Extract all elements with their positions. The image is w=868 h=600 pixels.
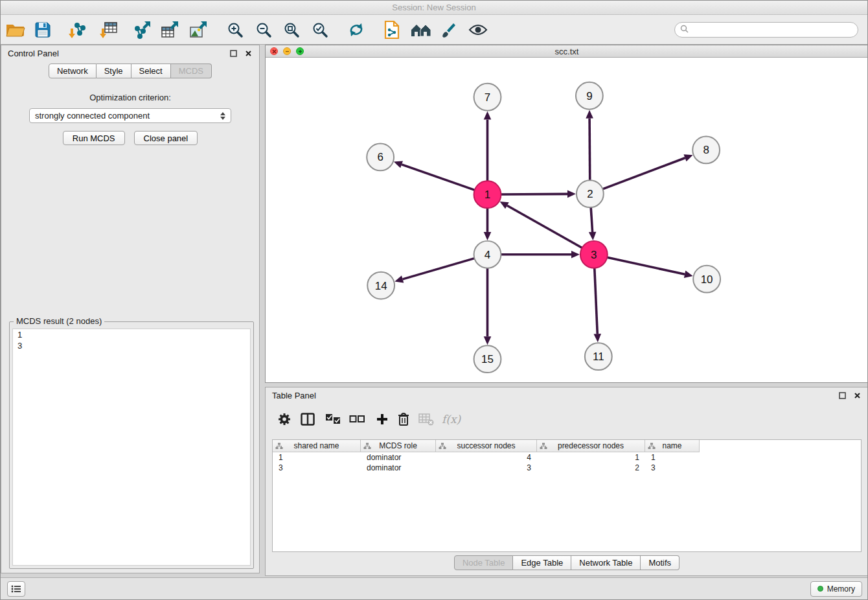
table-cell[interactable]: 3: [436, 463, 537, 473]
close-window-icon[interactable]: [270, 47, 278, 55]
save-session-icon[interactable]: [32, 18, 54, 41]
export-image-icon[interactable]: [187, 18, 209, 41]
tab-motifs[interactable]: Motifs: [641, 555, 680, 570]
minimize-window-icon[interactable]: [283, 47, 291, 55]
table-cell[interactable]: dominator: [361, 463, 436, 473]
export-network-icon[interactable]: [131, 18, 153, 41]
zoom-out-icon[interactable]: [253, 18, 275, 41]
node-label-3: 3: [591, 249, 597, 261]
edge-arrow-3-10: [684, 271, 693, 278]
node-label-15: 15: [481, 353, 494, 365]
float-panel-icon[interactable]: [229, 49, 238, 58]
criterion-selected-value: strongly connected component: [35, 111, 150, 121]
column-header-successor-nodes[interactable]: successor nodes: [436, 440, 537, 452]
search-input[interactable]: [692, 25, 852, 34]
table-cell[interactable]: 2: [537, 463, 645, 473]
table-row[interactable]: 1dominator411: [273, 452, 861, 463]
zoom-fit-icon[interactable]: [280, 18, 303, 41]
import-network-icon[interactable]: [66, 18, 88, 41]
attribute-type-icon: [648, 443, 656, 452]
close-panel-button[interactable]: Close panel: [134, 131, 198, 145]
window-title: Session: New Session: [392, 3, 475, 12]
edge-2-3[interactable]: [591, 207, 592, 232]
edge-arrow-2-3: [589, 232, 597, 240]
edge-4-14[interactable]: [403, 258, 475, 279]
node-table: shared nameMCDS rolesuccessor nodesprede…: [272, 439, 862, 552]
table-header-row: shared nameMCDS rolesuccessor nodesprede…: [273, 440, 861, 452]
zoom-in-icon[interactable]: [224, 18, 246, 41]
table-row[interactable]: 3dominator323: [273, 463, 861, 473]
tab-node-table[interactable]: Node Table: [454, 555, 514, 570]
export-table-icon[interactable]: [159, 18, 181, 41]
status-bar: Memory: [1, 577, 867, 599]
delete-table-icon: [418, 408, 434, 430]
edge-3-11[interactable]: [595, 268, 598, 334]
tab-network[interactable]: Network: [49, 63, 97, 78]
edge-2-9[interactable]: [589, 119, 590, 181]
edge-3-1[interactable]: [507, 205, 583, 248]
table-cell[interactable]: 3: [645, 463, 700, 473]
delete-column-icon[interactable]: [398, 408, 409, 430]
tab-edge-table[interactable]: Edge Table: [513, 555, 571, 570]
node-label-8: 8: [703, 144, 709, 156]
fx-label: f(x): [442, 413, 461, 426]
network-canvas[interactable]: 7968124314101511: [266, 58, 868, 382]
column-header-mcds-role[interactable]: MCDS role: [361, 440, 436, 452]
edge-arrow-3-11: [593, 334, 601, 342]
network-window-title: scc.txt: [266, 47, 868, 56]
edge-arrow-1-6: [394, 161, 403, 168]
column-header-label: predecessor nodes: [558, 441, 624, 450]
node-label-11: 11: [593, 351, 604, 363]
deselect-all-columns-icon[interactable]: [349, 408, 365, 430]
node-label-1: 1: [485, 189, 490, 201]
select-all-columns-icon[interactable]: [325, 408, 341, 430]
table-cell[interactable]: 1: [537, 452, 645, 463]
edge-3-10[interactable]: [606, 257, 685, 274]
attribute-type-icon: [363, 443, 371, 452]
task-history-icon[interactable]: [7, 581, 25, 597]
table-cell[interactable]: 3: [273, 463, 361, 473]
optimization-criterion-label: Optimization criterion:: [1, 93, 259, 102]
column-header-name[interactable]: name: [645, 440, 700, 452]
tab-network-table[interactable]: Network Table: [571, 555, 641, 570]
float-table-panel-icon[interactable]: [838, 391, 847, 400]
tab-mcds[interactable]: MCDS: [171, 63, 212, 78]
edge-1-2[interactable]: [500, 194, 567, 194]
run-mcds-button[interactable]: Run MCDS: [63, 131, 125, 145]
node-label-9: 9: [586, 90, 592, 102]
optimization-criterion-select[interactable]: strongly connected component: [29, 108, 231, 123]
search-box[interactable]: [674, 22, 858, 38]
import-table-icon[interactable]: [97, 18, 119, 41]
edge-arrow-4-14: [394, 275, 404, 283]
memory-button[interactable]: Memory: [810, 581, 862, 597]
open-folder-icon[interactable]: [5, 18, 27, 41]
table-cell[interactable]: 1: [273, 452, 361, 463]
table-cell[interactable]: 1: [645, 452, 700, 463]
home-icon[interactable]: [410, 18, 432, 41]
edge-1-6[interactable]: [402, 165, 475, 190]
control-panel-title: Control Panel: [8, 49, 59, 58]
tab-style[interactable]: Style: [97, 63, 131, 78]
attribute-type-icon: [439, 443, 446, 452]
tab-select[interactable]: Select: [131, 63, 171, 78]
open-document-icon[interactable]: [381, 18, 403, 41]
eye-icon[interactable]: [467, 18, 489, 41]
add-column-icon[interactable]: [376, 408, 389, 430]
column-header-predecessor-nodes[interactable]: predecessor nodes: [537, 440, 645, 452]
table-body: 1dominator4113dominator323: [273, 452, 861, 473]
memory-status-icon: [817, 586, 823, 592]
table-cell[interactable]: 4: [436, 452, 537, 463]
column-header-label: MCDS role: [379, 441, 417, 450]
close-table-panel-icon[interactable]: [853, 391, 862, 400]
apply-layout-icon[interactable]: [345, 18, 367, 41]
zoom-selected-icon[interactable]: [309, 18, 331, 41]
node-label-7: 7: [485, 91, 490, 104]
settings-gear-icon[interactable]: [277, 408, 291, 430]
column-header-shared-name[interactable]: shared name: [273, 440, 361, 452]
choose-columns-icon[interactable]: [301, 408, 315, 430]
edge-2-8[interactable]: [602, 158, 685, 189]
maximize-window-icon[interactable]: [296, 47, 304, 55]
close-panel-icon[interactable]: [244, 49, 253, 58]
table-cell[interactable]: dominator: [361, 452, 436, 463]
paintbrush-icon[interactable]: [438, 18, 460, 41]
